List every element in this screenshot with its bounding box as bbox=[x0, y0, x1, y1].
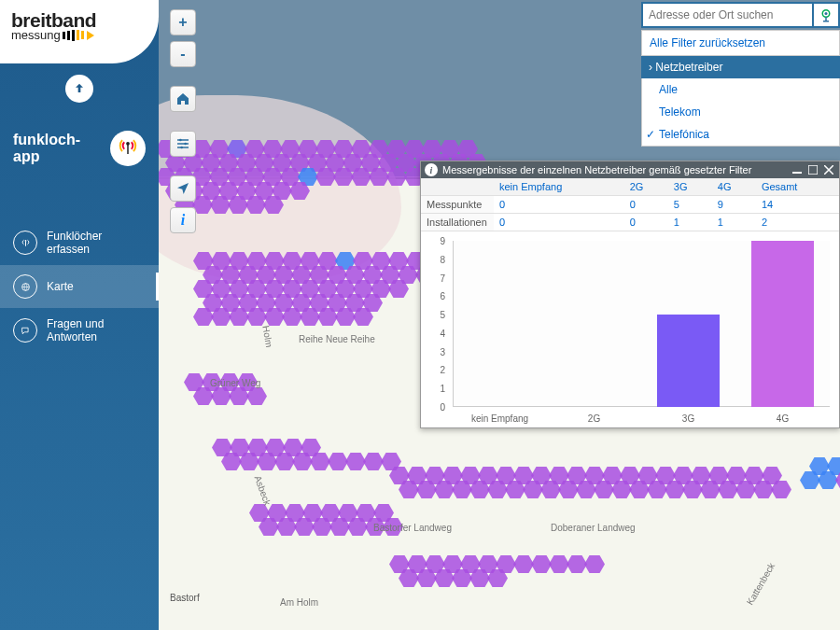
street-label: Grüner Weg bbox=[210, 378, 260, 388]
results-panel[interactable]: i Messergebnisse der einzelnen Netzbetre… bbox=[420, 161, 840, 428]
locate-me-button[interactable] bbox=[170, 175, 196, 202]
row-label: Installationen bbox=[421, 214, 494, 231]
svg-point-4 bbox=[184, 143, 187, 146]
top-panel: Alle Filter zurücksetzen Netzbetreiber A… bbox=[641, 2, 840, 147]
cell: 9 bbox=[712, 196, 756, 214]
filter-opt-telekom[interactable]: Telekom bbox=[642, 101, 839, 123]
svg-point-3 bbox=[179, 139, 182, 142]
chart-xaxis: kein Empfang2G3G4G bbox=[453, 413, 830, 424]
col-header: Gesamt bbox=[756, 178, 839, 196]
cell: 0 bbox=[494, 214, 624, 231]
street-label: Bastorfer Landweg bbox=[373, 523, 452, 533]
col-header: 3G bbox=[668, 178, 712, 196]
chart-yaxis: 0123456789 bbox=[421, 241, 449, 407]
table-row: Installationen 0 0 1 1 2 bbox=[421, 214, 839, 231]
place-label: Bastorf bbox=[170, 593, 200, 603]
info-icon: i bbox=[425, 163, 438, 176]
maximize-button[interactable] bbox=[806, 164, 819, 175]
results-table: kein Empfang 2G 3G 4G Gesamt Messpunkte … bbox=[421, 178, 839, 231]
cell: 5 bbox=[668, 196, 712, 214]
cell: 1 bbox=[712, 214, 756, 231]
col-header: kein Empfang bbox=[494, 178, 624, 196]
street-label: Am Holm bbox=[280, 597, 318, 608]
search-locate-button[interactable] bbox=[814, 2, 840, 28]
table-row: Messpunkte 0 0 5 9 14 bbox=[421, 196, 839, 214]
sidebar: breitband messung funkloch- app bbox=[0, 0, 159, 630]
map-area[interactable]: Grüner Weg Holm Asbeck Reihe Neue Reihe … bbox=[159, 0, 840, 630]
col-header: 2G bbox=[624, 178, 668, 196]
settings-sliders-button[interactable] bbox=[170, 131, 196, 157]
antenna-small-icon bbox=[13, 231, 37, 255]
close-button[interactable] bbox=[822, 164, 835, 175]
svg-rect-8 bbox=[792, 172, 802, 174]
chart-bars bbox=[453, 241, 830, 407]
cell: 14 bbox=[756, 196, 839, 214]
location-arrow-icon bbox=[175, 181, 190, 196]
app-label: funkloch- app bbox=[0, 103, 159, 183]
nav-item-map[interactable]: Karte bbox=[0, 265, 159, 308]
app-label-text: funkloch- app bbox=[13, 132, 80, 164]
reset-filters-button[interactable]: Alle Filter zurücksetzen bbox=[641, 30, 840, 56]
table-header-row: kein Empfang 2G 3G 4G Gesamt bbox=[421, 178, 839, 196]
col-header: 4G bbox=[712, 178, 756, 196]
cell: 0 bbox=[624, 196, 668, 214]
filter-opt-alle[interactable]: Alle bbox=[642, 78, 839, 101]
nav-label: Funklöcher erfassen bbox=[47, 230, 146, 256]
arrow-up-icon bbox=[72, 81, 87, 96]
home-extent-button[interactable] bbox=[170, 86, 196, 112]
street-label: Reihe Neue Reihe bbox=[299, 334, 375, 344]
antenna-icon bbox=[110, 131, 146, 166]
filter-header-netzbetreiber[interactable]: Netzbetreiber bbox=[641, 56, 840, 78]
svg-point-5 bbox=[180, 147, 183, 149]
nav-item-capture[interactable]: Funklöcher erfassen bbox=[0, 220, 159, 265]
svg-point-1 bbox=[24, 240, 26, 242]
results-title: Messergebnisse der einzelnen Netzbetreib… bbox=[442, 164, 751, 175]
map-controls: + - i bbox=[170, 9, 196, 233]
svg-rect-9 bbox=[808, 165, 818, 175]
chat-icon bbox=[13, 318, 37, 343]
cell: 0 bbox=[624, 214, 668, 231]
row-label: Messpunkte bbox=[421, 196, 494, 214]
nav-label: Fragen und Antworten bbox=[47, 317, 146, 343]
svg-point-0 bbox=[126, 142, 130, 146]
logo-bars-icon bbox=[63, 30, 84, 41]
results-header[interactable]: i Messergebnisse der einzelnen Netzbetre… bbox=[421, 161, 839, 178]
minimize-button[interactable] bbox=[791, 164, 804, 175]
logo-sub-text: messung bbox=[11, 28, 61, 42]
cell: 2 bbox=[756, 214, 839, 231]
street-label: Doberaner Landweg bbox=[551, 523, 636, 533]
pin-target-icon bbox=[818, 7, 834, 23]
logo: breitband messung bbox=[0, 0, 159, 63]
cell: 1 bbox=[668, 214, 712, 231]
upload-button[interactable] bbox=[65, 75, 93, 103]
sliders-icon bbox=[175, 136, 190, 151]
search-input[interactable] bbox=[641, 2, 814, 28]
zoom-out-button[interactable]: - bbox=[170, 41, 196, 67]
filter-opt-telefonica[interactable]: Telefónica bbox=[642, 123, 839, 146]
zoom-in-button[interactable]: + bbox=[170, 9, 196, 35]
logo-play-icon bbox=[87, 31, 94, 40]
nav-label: Karte bbox=[47, 280, 74, 293]
home-icon bbox=[175, 91, 190, 106]
globe-icon bbox=[13, 274, 37, 299]
search-row bbox=[641, 2, 840, 28]
info-icon: i bbox=[181, 212, 185, 229]
cell: 0 bbox=[494, 196, 624, 214]
logo-sub: messung bbox=[11, 28, 147, 42]
filter-options: Alle Telekom Telefónica bbox=[641, 78, 840, 147]
nav: Funklöcher erfassen Karte Fragen und Ant… bbox=[0, 220, 159, 353]
info-button[interactable]: i bbox=[170, 207, 196, 233]
results-chart: 0123456789 kein Empfang2G3G4G bbox=[421, 231, 839, 427]
nav-item-faq[interactable]: Fragen und Antworten bbox=[0, 308, 159, 353]
svg-point-7 bbox=[825, 12, 828, 15]
